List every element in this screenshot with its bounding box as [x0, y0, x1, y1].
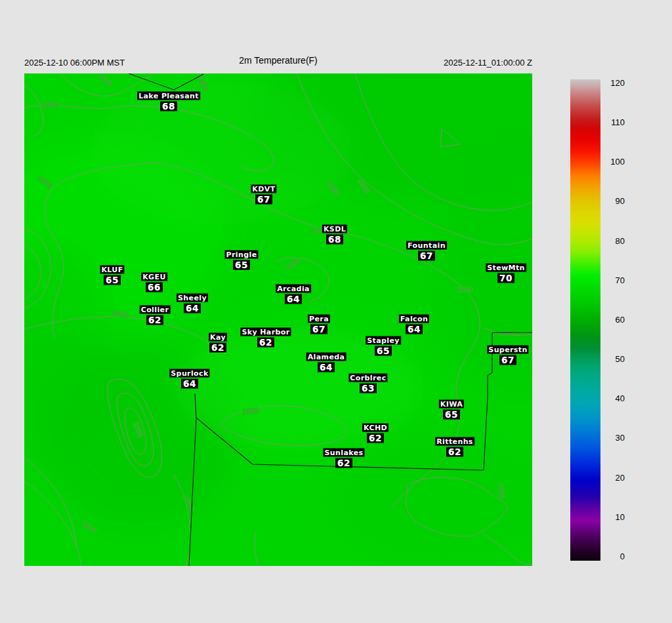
station-name-label: KDVT: [251, 185, 276, 193]
temperature-shading-blob: [90, 80, 352, 224]
station-name-label: Falcon: [399, 315, 429, 323]
contour-label: 2000: [499, 330, 515, 337]
colorbar-tick-label: 90: [602, 197, 625, 206]
station-name-label: Spurlock: [169, 369, 209, 378]
station-temperature-value: 65: [104, 275, 121, 285]
contour-label: 2500: [97, 73, 114, 88]
station-temperature-value: 66: [146, 283, 163, 292]
colorbar-tick-label: 50: [602, 355, 625, 364]
station-name-label: KIWA: [439, 400, 464, 409]
station-temperature-value: 64: [181, 379, 198, 389]
station-name-label: Pringle: [225, 251, 259, 259]
station-temperature-value: 67: [255, 195, 272, 205]
station-temperature-value: 62: [209, 343, 226, 353]
station-name-label: Arcadia: [276, 285, 311, 293]
station-name-label: Rittenhs: [435, 437, 474, 446]
colorbar: [570, 79, 600, 561]
station-name-label: Corblrec: [348, 374, 387, 382]
station-temperature-value: 67: [418, 251, 435, 261]
station-name-label: Alameda: [306, 353, 346, 361]
station-name-label: KSDL: [322, 225, 347, 233]
station-temperature-value: 64: [285, 294, 302, 304]
temperature-map: 2500200020002000250015001500150020001500…: [24, 73, 532, 566]
elevation-contour-line: [255, 531, 258, 566]
station-temperature-value: 68: [326, 235, 343, 245]
weather-graphic: 2025-12-10 06:00PM MST 2m Temperature(F)…: [0, 0, 672, 623]
station-name-label: Kay: [209, 333, 227, 342]
station-temperature-value: 68: [160, 102, 177, 111]
elevation-contour-line: [24, 85, 43, 136]
contour-label: 1500: [497, 482, 505, 498]
map-field-layer: 2500200020002000250015001500150020001500…: [24, 73, 532, 566]
station-name-label: Lake Pleasant: [137, 92, 200, 100]
station-temperature-value: 65: [375, 346, 392, 356]
station-name-label: Sheely: [177, 294, 208, 302]
contour-label: 1500: [81, 519, 98, 534]
station-name-label: Collier: [140, 306, 171, 314]
station-name-label: Sky Harbor: [240, 328, 291, 336]
station-temperature-value: 67: [499, 355, 516, 365]
station-name-label: Pera: [308, 315, 330, 323]
colorbar-tick-label: 20: [602, 473, 625, 483]
colorbar-tick-label: 120: [602, 79, 625, 88]
station-temperature-value: 62: [335, 458, 352, 468]
colorbar-tick-label: 30: [602, 433, 625, 443]
elevation-contour-line: [276, 258, 329, 302]
station-temperature-value: 64: [318, 363, 335, 372]
colorbar-tick-label: 40: [602, 394, 625, 403]
contour-label: 2000: [42, 100, 58, 110]
station-temperature-value: 63: [360, 384, 377, 393]
station-temperature-value: 62: [146, 315, 163, 325]
colorbar-tick-label: 80: [602, 237, 625, 246]
station-name-label: KGEU: [141, 273, 167, 281]
station-name-label: Stapley: [366, 336, 401, 345]
colorbar-tick-label: 70: [602, 276, 625, 285]
station-temperature-value: 64: [406, 325, 423, 334]
station-name-label: KCHD: [362, 424, 388, 432]
station-temperature-value: 67: [310, 325, 327, 334]
station-temperature-value: 62: [257, 338, 274, 348]
colorbar-tick-label: 100: [602, 157, 625, 167]
colorbar-tick-label: 110: [602, 118, 625, 127]
station-temperature-value: 65: [233, 260, 250, 270]
station-name-label: Superstn: [487, 346, 528, 354]
station-temperature-value: 65: [443, 410, 460, 420]
contour-label: 1500: [284, 257, 301, 272]
station-temperature-value: 62: [446, 447, 463, 457]
contour-label: 1500: [457, 286, 472, 293]
station-name-label: Sunlakes: [323, 449, 364, 457]
station-temperature-value: 70: [497, 273, 514, 283]
station-name-label: KLUF: [100, 266, 124, 274]
station-name-label: Fountain: [406, 241, 447, 250]
colorbar-tick-label: 10: [602, 513, 625, 522]
station-temperature-value: 64: [184, 304, 201, 313]
station-temperature-value: 62: [367, 433, 384, 443]
valid-time-utc: 2025-12-11_01:00:00 Z: [24, 58, 532, 68]
colorbar-tick-label: 0: [602, 552, 625, 561]
colorbar-tick-label: 60: [602, 315, 625, 325]
station-name-label: StewMtn: [486, 264, 526, 272]
